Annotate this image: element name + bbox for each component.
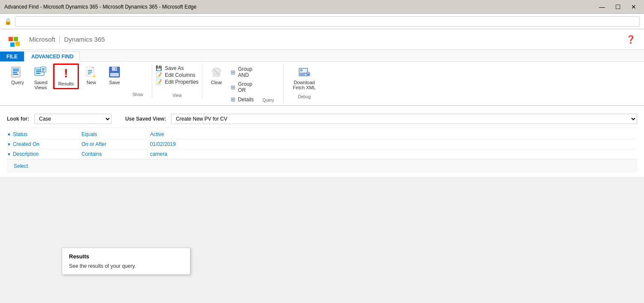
save-as-label: Save As [165,65,184,71]
query-icon [11,65,24,79]
ribbon: Query Saved Views ! [0,62,644,106]
help-icon[interactable]: ❓ [626,35,635,44]
logo-sq-yellow [15,42,20,46]
created-on-operator[interactable]: On or After [81,141,150,147]
close-button[interactable]: ✕ [628,3,640,11]
description-value[interactable]: camera [150,151,167,157]
microsoft-label: Microsoft [29,36,55,43]
select-row: Select [7,159,637,173]
created-on-value[interactable]: 01/02/2019 [150,141,176,147]
svg-text:✦: ✦ [92,73,96,79]
maximize-button[interactable]: ☐ [612,3,624,11]
use-saved-view-select[interactable]: Create New PV for CV [171,114,637,124]
group-and-icon: ⊞ [231,69,235,76]
status-value[interactable]: Active [150,131,164,137]
lock-icon: 🔒 [4,18,12,25]
clear-icon-svg [210,65,223,79]
svg-rect-8 [36,73,40,74]
group-or-button[interactable]: ⊞ Group OR [229,80,256,94]
save-as-item[interactable]: 💾 Save As [156,65,199,71]
saved-views-button[interactable]: Saved Views [30,64,51,92]
details-icon: ⊞ [231,96,235,103]
svg-rect-29 [300,73,307,74]
new-icon: ✦ [84,65,98,79]
save-label: Save [109,80,120,85]
save-icon [108,65,121,79]
edit-properties-label: Edit Properties [165,79,199,85]
ribbon-group-view: 💾 Save As 📝 Edit Columns 📝 Edit Properti… [152,64,202,98]
look-for-label: Look for: [7,116,29,122]
edit-properties-icon: 📝 [156,79,162,85]
group-or-icon: ⊞ [231,84,235,91]
query-button[interactable]: Query [7,64,28,87]
table-row: ▼ Description Contains camera [7,149,637,159]
status-field[interactable]: Status [13,131,81,137]
description-operator[interactable]: Contains [81,151,150,157]
details-button[interactable]: ⊞ Details [229,95,256,103]
svg-point-28 [301,70,302,71]
results-tooltip: Results See the results of your query. [62,248,190,275]
svg-rect-12 [42,71,44,72]
window-title: Advanced Find - Microsoft Dynamics 365 -… [4,4,196,10]
new-button[interactable]: ✦ New [81,64,102,87]
chevron-down-icon[interactable]: ▼ [7,142,11,147]
brand-separator: | [59,35,61,44]
download-fetch-xml-label: Download Fetch XML [289,80,319,90]
group-and-label: Group AND [238,66,254,78]
filter-section: ▼ Status Equals Active ▼ Created On On o… [7,130,637,159]
tab-advanced-find[interactable]: ADVANCED FIND [25,52,80,62]
tooltip-text: See the results of your query. [69,263,183,269]
look-for-bar: Look for: Case Use Saved View: Create Ne… [7,110,637,128]
status-operator[interactable]: Equals [81,131,150,137]
saved-views-icon-svg [34,65,48,79]
svg-rect-10 [42,68,45,69]
title-bar: Advanced Find - Microsoft Dynamics 365 -… [0,0,644,14]
address-bar: 🔒 [0,14,644,29]
save-button[interactable]: Save [104,64,125,87]
debug-group-label: Debug [287,94,322,99]
save-as-icon: 💾 [156,65,162,71]
select-link[interactable]: Select [14,163,28,169]
svg-rect-2 [13,70,19,71]
new-label: New [87,80,96,85]
svg-rect-30 [300,74,305,75]
edit-columns-label: Edit Columns [165,72,195,78]
edit-properties-item[interactable]: 📝 Edit Properties [156,79,199,85]
edit-columns-item[interactable]: 📝 Edit Columns [156,72,199,78]
results-label: Results [58,81,74,86]
results-button[interactable]: ! Results [53,64,79,89]
svg-rect-11 [42,70,45,70]
saved-views-icon [34,65,48,79]
window-controls: — ☐ ✕ [596,3,640,11]
svg-rect-22 [110,73,119,76]
show-group-label: Show [127,92,148,97]
app-header: Microsoft | Dynamics 365 ❓ [0,29,644,50]
download-fetch-xml-button[interactable]: Download Fetch XML [287,64,322,92]
logo-sq-red [9,37,13,41]
description-field[interactable]: Description [13,151,81,157]
tab-file[interactable]: FILE [0,52,24,61]
download-fetch-xml-icon [298,65,311,79]
svg-rect-21 [115,67,116,70]
chevron-down-icon[interactable]: ▼ [7,152,11,157]
query-icon-svg [11,65,24,79]
details-label: Details [238,97,254,103]
main-content: Look for: Case Use Saved View: Create Ne… [0,106,644,177]
ribbon-group-debug: Download Fetch XML Debug [283,64,325,99]
tooltip-title: Results [69,253,183,260]
edit-columns-icon: 📝 [156,72,162,78]
results-icon: ! [59,67,73,80]
group-and-button[interactable]: ⊞ Group AND [229,65,256,79]
clear-button[interactable]: Clear [206,64,227,87]
saved-views-label: Saved Views [33,80,49,90]
query-label: Query [11,80,24,85]
created-on-field[interactable]: Created On [13,141,81,147]
svg-rect-1 [13,69,19,70]
minimize-button[interactable]: — [596,3,608,11]
address-input[interactable] [15,16,640,27]
look-for-select[interactable]: Case [34,114,111,124]
table-row: ▼ Created On On or After 01/02/2019 [7,139,637,149]
chevron-down-icon[interactable]: ▼ [7,132,11,137]
microsoft-logo [9,37,20,42]
ribbon-group-query: Clear ⊞ Group AND ⊞ Group OR ⊞ Details Q… [202,64,283,103]
